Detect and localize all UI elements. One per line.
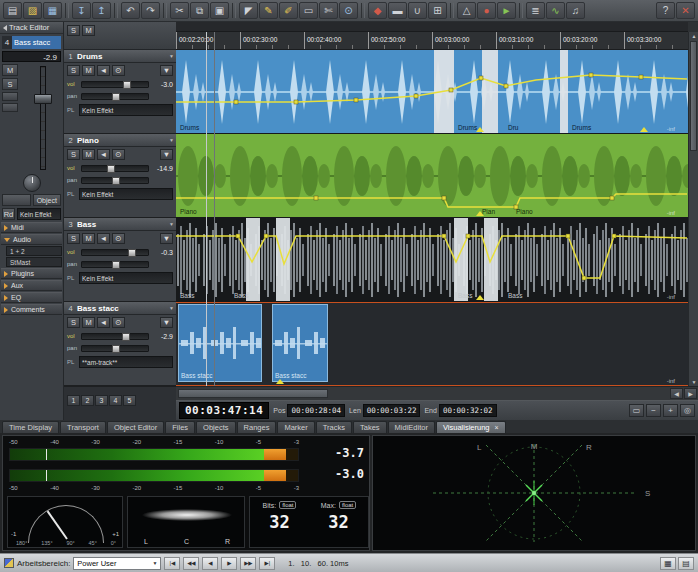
- metronome-icon[interactable]: △: [457, 2, 476, 19]
- track-title-bar[interactable]: 3 Bass ▼: [64, 218, 176, 231]
- tab-files[interactable]: Files: [165, 421, 195, 433]
- editor-monitor-button[interactable]: [2, 103, 18, 112]
- editor-gain-display[interactable]: -2.9: [2, 51, 61, 62]
- tab-marker[interactable]: Marker: [277, 421, 314, 433]
- slider-handle[interactable]: [128, 249, 136, 257]
- section-midi[interactable]: Midi: [1, 222, 62, 233]
- volume-slider[interactable]: [81, 333, 149, 340]
- open-icon[interactable]: ▨: [23, 2, 42, 19]
- slider-handle[interactable]: [112, 261, 120, 269]
- layout-tab-3[interactable]: 3: [95, 395, 108, 406]
- editor-fx-slot[interactable]: Kein Effekt: [17, 208, 61, 220]
- scroll-up-icon[interactable]: ▲: [689, 32, 698, 40]
- mute-button[interactable]: M: [82, 149, 95, 160]
- draw-icon[interactable]: ✎: [259, 2, 278, 19]
- step-back-button[interactable]: ◀: [202, 557, 218, 570]
- zoom-in-button[interactable]: +: [663, 404, 678, 417]
- slider-handle[interactable]: [112, 177, 120, 185]
- workspace-dropdown[interactable]: Power User ▼: [73, 557, 161, 570]
- zoom-range-button[interactable]: ▭: [629, 404, 644, 417]
- tab-time-display[interactable]: Time Display: [2, 421, 59, 433]
- tab-visualisierung[interactable]: Visualisierung ×: [436, 421, 506, 433]
- fx-slot[interactable]: **am-track**: [79, 356, 173, 368]
- volume-slider[interactable]: [81, 81, 149, 88]
- fx-slot[interactable]: Kein Effekt: [79, 272, 173, 284]
- range-icon[interactable]: ▬: [388, 2, 407, 19]
- slider-handle[interactable]: [122, 333, 130, 341]
- fx-slot[interactable]: Kein Effekt: [79, 104, 173, 116]
- chevron-down-icon[interactable]: ▼: [169, 53, 174, 59]
- track-options-icon[interactable]: ▼: [160, 149, 173, 160]
- track-header-piano[interactable]: 2 Piano ▼ S M ◄ ⊙ ▼ vol -14.9 pan PL Kei…: [64, 134, 176, 218]
- paste-icon[interactable]: ▣: [210, 2, 229, 19]
- track-title-bar[interactable]: 4 Bass stacc ▼: [64, 302, 176, 315]
- grid-icon[interactable]: ⊞: [428, 2, 447, 19]
- close-tab-icon[interactable]: ×: [494, 424, 498, 431]
- mute-button[interactable]: M: [82, 233, 95, 244]
- object-tab-button[interactable]: Object: [33, 194, 62, 206]
- pan-slider[interactable]: [81, 177, 149, 184]
- track-lane-drums[interactable]: Drums Drums Dru Drums -inf: [176, 50, 688, 134]
- track-options-icon[interactable]: ▼: [160, 317, 173, 328]
- slider-handle[interactable]: [112, 345, 120, 353]
- tab-midieditor[interactable]: MidiEditor: [388, 421, 435, 433]
- slider-handle[interactable]: [123, 81, 131, 89]
- speaker-icon[interactable]: ◄: [97, 149, 110, 160]
- horizontal-scrollbar[interactable]: ◀ ▶: [176, 386, 698, 400]
- go-end-button[interactable]: ▶|: [259, 557, 275, 570]
- audio-object[interactable]: Bass stacc: [272, 304, 328, 382]
- section-eq[interactable]: EQ: [1, 292, 62, 303]
- redo-icon[interactable]: ↷: [141, 2, 160, 19]
- solo-button[interactable]: S: [67, 317, 80, 328]
- chevron-down-icon[interactable]: ▼: [169, 221, 174, 227]
- mouse-mode-icon[interactable]: ◤: [239, 2, 258, 19]
- fade-handle-icon[interactable]: [640, 127, 648, 132]
- pen-icon[interactable]: ✐: [279, 2, 298, 19]
- layout-tab-4[interactable]: 4: [109, 395, 122, 406]
- slider-handle[interactable]: [107, 165, 115, 173]
- volume-slider[interactable]: [81, 249, 149, 256]
- track-tab-button[interactable]: [2, 194, 31, 206]
- split-icon[interactable]: ✄: [319, 2, 338, 19]
- visualization-icon[interactable]: ∿: [546, 2, 565, 19]
- section-plugins[interactable]: Plugins: [1, 268, 62, 279]
- go-start-button[interactable]: |◀: [164, 557, 180, 570]
- volume-automation-curve[interactable]: [176, 218, 688, 302]
- speaker-icon[interactable]: ◄: [97, 317, 110, 328]
- tab-tracks[interactable]: Tracks: [316, 421, 352, 433]
- forward-button[interactable]: ▶▶: [240, 557, 256, 570]
- fade-handle-icon[interactable]: [476, 127, 484, 132]
- volume-slider[interactable]: [81, 165, 149, 172]
- layout-tab-5[interactable]: 5: [123, 395, 136, 406]
- tab-object-editor[interactable]: Object Editor: [107, 421, 164, 433]
- eraser-icon[interactable]: ▭: [299, 2, 318, 19]
- track-options-icon[interactable]: ▼: [160, 233, 173, 244]
- tab-ranges[interactable]: Ranges: [237, 421, 277, 433]
- zoom-out-button[interactable]: −: [646, 404, 661, 417]
- scrollbar-thumb[interactable]: [690, 41, 697, 151]
- scroll-right-icon[interactable]: ▶: [684, 388, 697, 399]
- automation-mode-button[interactable]: Rd: [2, 208, 15, 220]
- import-icon[interactable]: ↧: [72, 2, 91, 19]
- copy-icon[interactable]: ⧉: [190, 2, 209, 19]
- pan-slider[interactable]: [81, 93, 149, 100]
- audio-input-slot[interactable]: 1 + 2: [6, 246, 62, 256]
- track-editor-header[interactable]: Track Editor: [0, 22, 63, 34]
- monitor-icon[interactable]: ⊙: [112, 317, 125, 328]
- track-options-icon[interactable]: ▼: [160, 65, 173, 76]
- track-title-bar[interactable]: 2 Piano ▼: [64, 134, 176, 147]
- marker-strip[interactable]: [176, 22, 688, 32]
- tab-transport[interactable]: Transport: [60, 421, 106, 433]
- fx-slot[interactable]: Kein Effekt: [79, 188, 173, 200]
- all-solo-button[interactable]: S: [67, 25, 80, 36]
- volume-fader[interactable]: [24, 64, 61, 172]
- timeline-ruler[interactable]: 00:02:20:00 00:02:30:00 00:02:40:00 00:0…: [176, 32, 688, 50]
- editor-track-name[interactable]: Bass stacc: [12, 36, 61, 49]
- tab-objects[interactable]: Objects: [196, 421, 235, 433]
- volume-automation-curve[interactable]: [176, 134, 688, 218]
- help-icon[interactable]: ?: [656, 2, 675, 19]
- speaker-icon[interactable]: ◄: [97, 65, 110, 76]
- solo-button[interactable]: S: [67, 233, 80, 244]
- chevron-down-icon[interactable]: ▼: [169, 137, 174, 143]
- new-icon[interactable]: ▤: [3, 2, 22, 19]
